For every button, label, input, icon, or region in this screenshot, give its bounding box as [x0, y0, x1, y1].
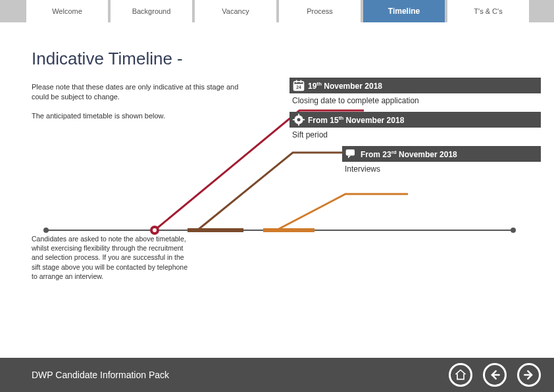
- home-button[interactable]: [449, 363, 472, 387]
- svg-rect-10: [296, 80, 297, 83]
- svg-rect-18: [303, 119, 305, 120]
- candidates-note: Candidates are asked to note the above t…: [32, 234, 189, 281]
- subintro-text: The anticipated timetable is shown below…: [32, 111, 249, 121]
- svg-rect-17: [293, 119, 295, 120]
- milestone-date: 19: [308, 82, 316, 91]
- milestone-date-post: November 2018: [322, 82, 382, 91]
- milestone-sift-period: From 15th November 2018 Sift period: [290, 112, 541, 143]
- milestone-label: Closing date to complete application: [290, 93, 541, 109]
- milestone-date-sup: rd: [391, 149, 397, 155]
- milestone-date: From 15: [308, 116, 339, 125]
- tab-welcome[interactable]: Welcome: [26, 0, 108, 22]
- svg-rect-11: [301, 80, 302, 83]
- tab-background[interactable]: Background: [111, 0, 192, 22]
- svg-rect-19: [346, 149, 355, 155]
- milestone-interviews: From 23rd November 2018 Interviews: [342, 146, 541, 178]
- svg-point-14: [297, 118, 301, 122]
- intro-text: Please note that these dates are only in…: [32, 82, 249, 102]
- milestone-label: Sift period: [290, 128, 541, 143]
- milestone-date-sup: th: [316, 81, 322, 87]
- milestone-date-post: November 2018: [397, 150, 457, 159]
- footer-nav: [449, 363, 541, 387]
- arrow-left-icon: [488, 368, 501, 381]
- footer-title: DWP Candidate Information Pack: [32, 370, 449, 380]
- tab-terms[interactable]: T's & C's: [447, 0, 529, 22]
- prev-button[interactable]: [483, 363, 507, 387]
- arrow-right-icon: [522, 368, 536, 381]
- milestone-closing-date: 24 19th November 2018 Closing date to co…: [290, 78, 541, 109]
- home-icon: [454, 368, 467, 381]
- svg-rect-15: [298, 114, 299, 116]
- tab-process[interactable]: Process: [279, 0, 361, 22]
- milestone-date: From 23: [361, 150, 391, 159]
- chat-icon: [345, 147, 358, 160]
- tab-timeline[interactable]: Timeline: [363, 0, 445, 22]
- page-title: Indicative Timeline -: [32, 49, 522, 69]
- tab-vacancy[interactable]: Vacancy: [195, 0, 276, 22]
- gear-icon: [292, 113, 305, 126]
- milestone-label: Interviews: [342, 162, 541, 178]
- next-button[interactable]: [517, 363, 541, 387]
- tab-spacer: [1, 0, 24, 22]
- svg-text:24: 24: [296, 85, 301, 89]
- milestones: 24 19th November 2018 Closing date to co…: [290, 78, 541, 180]
- svg-rect-16: [298, 124, 299, 126]
- milestone-date-post: November 2018: [343, 116, 404, 125]
- tab-bar: Welcome Background Vacancy Process Timel…: [0, 0, 554, 22]
- page-content: Indicative Timeline - Please note that t…: [0, 22, 554, 358]
- footer: DWP Candidate Information Pack: [0, 358, 554, 392]
- calendar-icon: 24: [292, 79, 305, 92]
